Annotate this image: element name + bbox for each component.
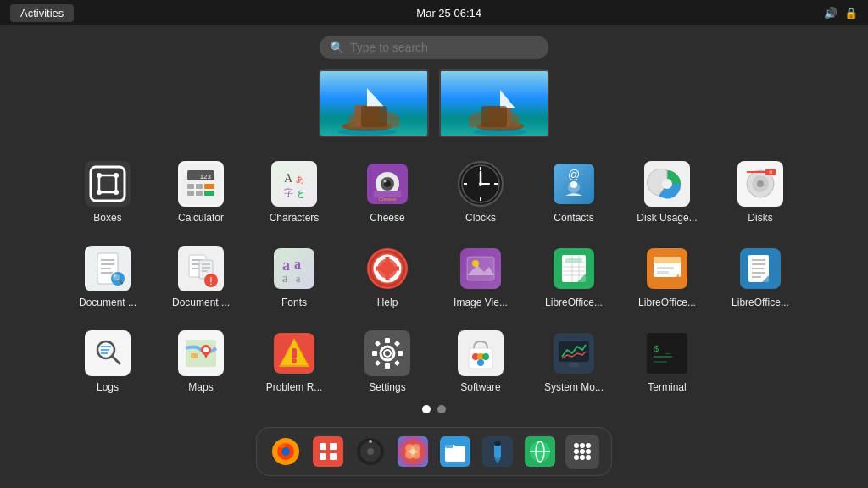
svg-rect-11	[99, 175, 116, 192]
contacts-icon: @	[554, 164, 594, 204]
dock-files[interactable]	[438, 435, 472, 469]
svg-rect-23	[196, 191, 203, 196]
svg-rect-146	[372, 351, 377, 356]
app-libreoffice-writer[interactable]: LibreOffice...	[718, 239, 803, 324]
dock-rhythmbox[interactable]	[353, 435, 387, 469]
dock-software[interactable]	[396, 435, 430, 469]
volume-icon[interactable]: 🔊	[824, 7, 837, 19]
svg-text:ع: ع	[298, 186, 304, 198]
app-help[interactable]: Help	[345, 239, 430, 324]
app-disks[interactable]: ⚙ Disks	[718, 154, 803, 239]
dock-apps-grid[interactable]	[565, 435, 599, 469]
svg-rect-113	[657, 271, 669, 274]
app-contacts[interactable]: @ Contacts	[531, 154, 616, 239]
app-fonts[interactable]: a a a a Fonts	[252, 239, 337, 324]
app-libreoffice-impress-label: LibreOffice...	[638, 297, 696, 308]
svg-text:@: @	[568, 168, 580, 181]
svg-rect-25	[274, 164, 314, 204]
app-characters[interactable]: A あ 字 ع Characters	[252, 154, 337, 239]
search-icon: 🔍	[330, 41, 344, 54]
svg-rect-112	[657, 267, 674, 269]
systemmonitor-icon	[554, 333, 594, 374]
maps-icon	[181, 333, 221, 374]
search-input[interactable]	[320, 36, 548, 59]
imageviewer-icon	[460, 248, 501, 289]
app-diskusage[interactable]: Disk Usage...	[625, 154, 709, 239]
svg-rect-168	[313, 436, 343, 467]
problemreport-icon	[274, 333, 314, 374]
svg-rect-7	[487, 107, 511, 126]
svg-text:!: !	[209, 275, 212, 287]
characters-icon: A あ 字 ع	[274, 164, 314, 204]
help-icon	[367, 248, 408, 289]
app-docscanner[interactable]: ! Document ...	[159, 239, 243, 324]
app-clocks[interactable]: Clocks	[438, 154, 523, 239]
svg-point-167	[281, 447, 290, 456]
pinned-app-icon	[313, 436, 343, 467]
window-preview-1[interactable]	[319, 69, 429, 137]
svg-point-140	[292, 358, 297, 363]
app-docviewer[interactable]: 🔍 Document ...	[65, 239, 150, 324]
svg-text:🔍: 🔍	[112, 273, 124, 285]
svg-rect-145	[385, 363, 390, 369]
window-preview-2[interactable]	[439, 69, 549, 137]
svg-point-202	[580, 455, 585, 460]
app-libreoffice-calc-label: LibreOffice...	[545, 297, 603, 308]
app-boxes[interactable]: Boxes	[65, 154, 150, 239]
svg-text:123: 123	[200, 173, 212, 180]
svg-point-195	[574, 443, 579, 448]
app-systemmonitor-label: System Mo...	[544, 381, 604, 393]
svg-point-175	[367, 448, 374, 455]
app-maps[interactable]: Maps	[159, 324, 243, 408]
app-docviewer-label: Document ...	[79, 297, 136, 308]
app-calculator[interactable]: 123 Calculator	[159, 154, 243, 239]
svg-rect-114	[662, 279, 672, 282]
svg-point-197	[586, 443, 591, 448]
page-dots	[422, 405, 446, 413]
dock-stylus[interactable]	[481, 435, 515, 469]
dock-pinned[interactable]	[311, 435, 345, 469]
app-libreoffice-impress[interactable]: LibreOffice...	[625, 239, 709, 324]
page-dot-1[interactable]	[422, 405, 431, 413]
dock-browser2[interactable]	[523, 435, 557, 469]
app-cheese[interactable]: Cheese Cheese	[345, 154, 430, 239]
dock-firefox[interactable]	[269, 435, 303, 469]
software-icon	[460, 333, 501, 374]
firefox-icon	[270, 436, 301, 467]
app-logs[interactable]: Logs	[65, 324, 150, 408]
svg-rect-101	[565, 258, 582, 263]
window-previews	[319, 69, 549, 137]
app-grid: Boxes 123 Calculator A あ	[61, 154, 807, 408]
app-software[interactable]: Software	[438, 324, 523, 408]
calculator-icon: 123	[181, 164, 221, 204]
svg-point-14	[97, 190, 102, 195]
app-settings[interactable]: Settings	[345, 324, 430, 408]
svg-point-182	[410, 449, 415, 454]
svg-point-34	[384, 180, 387, 183]
app-fonts-label: Fonts	[281, 297, 307, 308]
svg-point-45	[479, 182, 482, 186]
search-container: 🔍	[320, 36, 548, 59]
svg-rect-10	[91, 167, 125, 201]
app-libreoffice-writer-label: LibreOffice...	[732, 297, 789, 308]
svg-text:a: a	[282, 257, 290, 274]
svg-point-4	[337, 129, 397, 136]
logs-icon	[87, 333, 128, 374]
svg-point-199	[580, 449, 585, 454]
svg-text:a: a	[294, 257, 301, 271]
app-systemmonitor[interactable]: System Mo...	[531, 324, 616, 408]
activities-button[interactable]: Activities	[10, 4, 74, 22]
files-icon	[440, 436, 470, 467]
page-dot-2[interactable]	[437, 405, 446, 413]
app-problemreport[interactable]: Problem R...	[252, 324, 337, 408]
svg-text:あ: あ	[296, 175, 304, 184]
svg-rect-160	[569, 363, 579, 367]
app-imageviewer-label: Image Vie...	[453, 297, 508, 308]
svg-point-203	[586, 455, 591, 460]
app-imageviewer[interactable]: Image Vie...	[438, 239, 523, 324]
diskusage-icon	[647, 164, 687, 204]
svg-point-200	[586, 449, 591, 454]
app-libreoffice-calc[interactable]: LibreOffice...	[531, 239, 616, 324]
settings-icon	[367, 333, 408, 374]
app-terminal[interactable]: $ _ Terminal	[625, 324, 709, 408]
